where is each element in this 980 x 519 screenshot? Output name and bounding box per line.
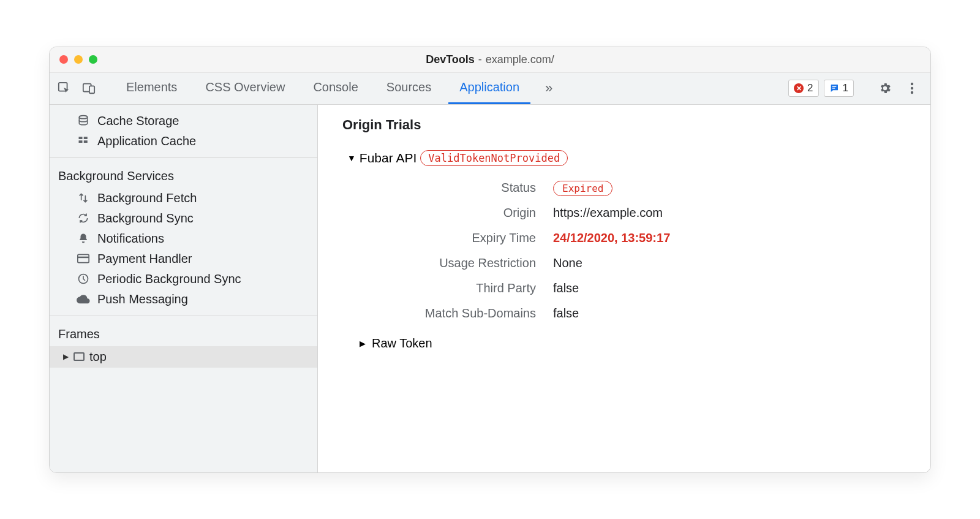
database-icon — [77, 115, 90, 127]
sidebar-item-frame-top[interactable]: ▶ top — [50, 346, 317, 368]
inspected-url: example.com/ — [486, 53, 554, 66]
raw-token-label: Raw Token — [372, 336, 432, 350]
svg-rect-9 — [79, 137, 83, 139]
message-icon — [829, 83, 839, 93]
value-third-party: false — [553, 281, 906, 295]
tab-css-overview[interactable]: CSS Overview — [194, 73, 296, 104]
inspect-icon — [58, 81, 71, 95]
sidebar-item-periodic-sync[interactable]: Periodic Background Sync — [50, 269, 317, 289]
label-origin: Origin — [382, 206, 553, 220]
sidebar-section-background-services: Background Services — [50, 157, 317, 188]
devtools-window: DevTools - example.com/ Elements — [49, 47, 931, 473]
title-separator: - — [478, 53, 482, 66]
label-usage: Usage Restriction — [382, 256, 553, 270]
svg-point-6 — [911, 87, 913, 89]
svg-rect-11 — [79, 140, 83, 143]
panel-body: Cache Storage Application Cache Backgrou… — [50, 105, 930, 472]
credit-card-icon — [77, 254, 90, 263]
tab-label: CSS Overview — [205, 80, 285, 94]
status-pill: Expired — [553, 181, 612, 196]
sidebar-item-notifications[interactable]: Notifications — [50, 229, 317, 249]
value-expiry: 24/12/2020, 13:59:17 — [553, 231, 906, 245]
sidebar-item-label: Background Sync — [97, 211, 194, 225]
grid-icon — [77, 135, 90, 146]
section-title: Background Services — [58, 169, 174, 183]
expand-triangle-icon: ▶ — [360, 339, 366, 348]
chevron-double-right-icon: » — [545, 80, 552, 96]
bell-icon — [77, 233, 90, 244]
messages-badge[interactable]: 1 — [824, 80, 854, 97]
sidebar-item-application-cache[interactable]: Application Cache — [50, 131, 317, 151]
devtools-toolbar: Elements CSS Overview Console Sources Ap… — [50, 73, 930, 105]
label-status: Status — [382, 181, 553, 195]
tab-label: Sources — [386, 80, 431, 94]
svg-rect-10 — [84, 137, 88, 139]
svg-rect-12 — [84, 140, 88, 143]
sidebar-item-background-sync[interactable]: Background Sync — [50, 208, 317, 229]
clock-icon — [77, 273, 90, 285]
application-sidebar: Cache Storage Application Cache Backgrou… — [50, 105, 318, 472]
minimize-window-button[interactable] — [74, 55, 83, 64]
value-match-subdomains: false — [553, 306, 906, 320]
sidebar-item-label: Push Messaging — [97, 292, 188, 306]
sidebar-item-cache-storage[interactable]: Cache Storage — [50, 111, 317, 131]
tab-label: Console — [313, 80, 358, 94]
main-panel: Origin Trials ▼ Fubar API ValidTokenNotP… — [318, 105, 930, 472]
errors-badge[interactable]: ✕ 2 — [788, 80, 818, 97]
value-usage: None — [553, 256, 906, 270]
sidebar-item-label: Background Fetch — [97, 191, 197, 205]
origin-trial-header[interactable]: ▼ Fubar API ValidTokenNotProvided — [347, 150, 906, 166]
titlebar: DevTools - example.com/ — [50, 47, 930, 73]
svg-rect-14 — [78, 257, 89, 259]
settings-button[interactable] — [874, 81, 896, 95]
expand-triangle-icon: ▶ — [63, 352, 69, 361]
more-tabs-button[interactable]: » — [537, 73, 561, 104]
frame-icon — [74, 352, 85, 361]
tab-sources[interactable]: Sources — [375, 73, 442, 104]
raw-token-toggle[interactable]: ▶ Raw Token — [360, 336, 906, 350]
frame-label: top — [89, 350, 107, 364]
error-icon: ✕ — [794, 83, 804, 93]
sidebar-item-push-messaging[interactable]: Push Messaging — [50, 289, 317, 309]
device-toolbar-button[interactable] — [77, 72, 101, 104]
devices-icon — [82, 81, 96, 95]
tab-label: Elements — [126, 80, 177, 94]
svg-point-7 — [911, 91, 913, 94]
collapse-triangle-icon: ▼ — [347, 153, 356, 163]
trial-name: Fubar API — [360, 151, 417, 165]
more-options-button[interactable] — [901, 82, 923, 94]
svg-point-8 — [79, 116, 87, 119]
error-count: 2 — [807, 82, 813, 94]
svg-rect-3 — [832, 86, 836, 87]
tab-elements[interactable]: Elements — [115, 73, 188, 104]
window-controls — [59, 55, 97, 64]
svg-rect-4 — [832, 88, 835, 88]
token-status-pill: ValidTokenNotProvided — [420, 150, 568, 166]
tab-console[interactable]: Console — [302, 73, 369, 104]
svg-point-5 — [911, 83, 913, 85]
cloud-icon — [77, 294, 90, 304]
message-count: 1 — [843, 82, 848, 94]
tab-label: Application — [459, 80, 519, 94]
sidebar-item-label: Payment Handler — [97, 252, 192, 266]
inspect-element-button[interactable] — [52, 72, 77, 104]
sidebar-item-label: Notifications — [97, 232, 164, 246]
trial-details-grid: Status Expired Origin https://example.co… — [382, 181, 906, 320]
svg-rect-13 — [78, 254, 89, 262]
sidebar-item-payment-handler[interactable]: Payment Handler — [50, 249, 317, 269]
tab-application[interactable]: Application — [448, 73, 530, 104]
panel-tabs: Elements CSS Overview Console Sources Ap… — [115, 73, 561, 104]
sidebar-item-label: Cache Storage — [97, 114, 179, 128]
up-down-arrows-icon — [77, 192, 90, 204]
sync-icon — [77, 212, 90, 224]
svg-rect-2 — [89, 86, 94, 93]
sidebar-item-background-fetch[interactable]: Background Fetch — [50, 188, 317, 208]
close-window-button[interactable] — [59, 55, 68, 64]
section-title: Frames — [58, 327, 100, 341]
sidebar-section-frames: Frames — [50, 316, 317, 346]
kebab-icon — [910, 82, 914, 94]
maximize-window-button[interactable] — [89, 55, 97, 64]
page-title: Origin Trials — [342, 117, 906, 133]
sidebar-item-label: Application Cache — [97, 134, 196, 148]
sidebar-item-label: Periodic Background Sync — [97, 272, 241, 286]
